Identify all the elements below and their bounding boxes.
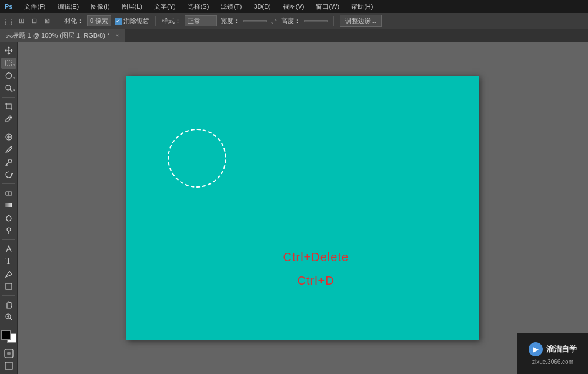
title-bar: Ps 文件(F) 编辑(E) 图像(I) 图层(L) 文字(Y) 选择(S) 滤… bbox=[0, 0, 588, 13]
width-label: 宽度： bbox=[220, 16, 240, 25]
path-select-tool[interactable] bbox=[1, 268, 16, 280]
watermark-logo: ▶ 溜溜自学 bbox=[529, 342, 577, 356]
subtract-selection-icon[interactable]: ⊟ bbox=[29, 16, 39, 26]
heal-brush-tool[interactable] bbox=[1, 131, 16, 143]
canvas-document[interactable]: Ctrl+Delete Ctrl+D bbox=[126, 76, 479, 340]
ps-logo: Ps bbox=[5, 3, 12, 10]
add-selection-icon[interactable]: ⊞ bbox=[16, 16, 26, 26]
svg-point-7 bbox=[8, 159, 12, 163]
eyedropper-tool[interactable] bbox=[1, 113, 16, 125]
menu-image[interactable]: 图像(I) bbox=[88, 1, 112, 12]
color-boxes[interactable] bbox=[1, 330, 16, 343]
quick-select-tool[interactable]: ▾ bbox=[1, 83, 16, 95]
pen-tool[interactable] bbox=[1, 243, 16, 255]
svg-rect-10 bbox=[5, 203, 12, 207]
menu-filter[interactable]: 滤镜(T) bbox=[218, 1, 244, 12]
svg-point-11 bbox=[7, 228, 11, 231]
ctrl-delete-text: Ctrl+Delete bbox=[283, 251, 349, 264]
width-value[interactable] bbox=[243, 20, 267, 22]
separator-3 bbox=[333, 16, 334, 26]
svg-line-2 bbox=[10, 89, 12, 92]
antialias-check-icon: ✓ bbox=[115, 18, 122, 25]
rect-select-tool[interactable]: ▾ bbox=[1, 58, 16, 69]
menu-help[interactable]: 帮助(H) bbox=[349, 1, 375, 12]
eraser-tool[interactable] bbox=[1, 187, 16, 199]
svg-line-16 bbox=[10, 318, 12, 320]
menu-3d[interactable]: 3D(D) bbox=[251, 2, 273, 11]
height-label: 高度： bbox=[281, 16, 300, 25]
doc-tab-title: 未标题-1 @ 100% (图层 1, RGB/8) * bbox=[6, 31, 109, 40]
swap-wh-icon[interactable]: ⇌ bbox=[270, 16, 278, 26]
dodge-tool[interactable] bbox=[1, 225, 16, 237]
main-layout: ▾ ▾ ▾ bbox=[0, 42, 588, 374]
crop-tool[interactable] bbox=[1, 101, 16, 112]
antialias-label: 消除锯齿 bbox=[123, 16, 149, 25]
canvas-area: Ctrl+Delete Ctrl+D ▶ 溜溜自学 zixue.3066.com bbox=[18, 42, 588, 374]
shape-tool[interactable] bbox=[1, 281, 16, 293]
screen-mode-tool[interactable] bbox=[1, 360, 16, 372]
hand-tool[interactable] bbox=[1, 299, 16, 310]
separator-2 bbox=[155, 16, 156, 26]
feather-value[interactable]: 0 像素 bbox=[87, 15, 111, 26]
svg-rect-0 bbox=[5, 61, 11, 66]
tool-sep-1 bbox=[2, 97, 15, 98]
blur-tool[interactable] bbox=[1, 212, 16, 224]
canvas-wrapper: Ctrl+Delete Ctrl+D bbox=[126, 76, 479, 340]
ctrl-d-text: Ctrl+D bbox=[298, 274, 335, 288]
tool-sep-4 bbox=[2, 239, 15, 240]
intersect-selection-icon[interactable]: ⊠ bbox=[42, 16, 52, 26]
svg-rect-21 bbox=[5, 362, 12, 369]
svg-point-20 bbox=[7, 352, 11, 355]
watermark-name: 溜溜自学 bbox=[546, 344, 577, 355]
foreground-color-box[interactable] bbox=[1, 330, 11, 340]
tool-sep-2 bbox=[2, 128, 15, 128]
feather-label: 羽化： bbox=[64, 16, 83, 25]
separator-1 bbox=[58, 16, 58, 26]
text-tool[interactable]: T bbox=[1, 255, 16, 267]
options-bar: ⬚ ⊞ ⊟ ⊠ 羽化： 0 像素 ✓ 消除锯齿 样式： 正常 宽度： ⇌ 高度：… bbox=[0, 13, 588, 29]
doc-tab-close-button[interactable]: × bbox=[115, 32, 119, 39]
style-select[interactable]: 正常 bbox=[185, 15, 217, 26]
quick-select-arrow: ▾ bbox=[13, 88, 15, 93]
menu-text[interactable]: 文字(Y) bbox=[152, 1, 178, 12]
quick-mask-tool[interactable] bbox=[1, 348, 16, 359]
brush-tool[interactable] bbox=[1, 143, 16, 155]
height-value[interactable] bbox=[304, 20, 328, 22]
menu-window[interactable]: 窗口(W) bbox=[313, 1, 342, 12]
ellipse-selection bbox=[168, 129, 226, 188]
lasso-tool[interactable]: ▾ bbox=[1, 70, 16, 82]
gradient-tool[interactable] bbox=[1, 199, 16, 211]
tool-sep-5 bbox=[2, 295, 15, 296]
tool-sep-6 bbox=[2, 326, 15, 326]
menu-select[interactable]: 选择(S) bbox=[185, 1, 212, 12]
history-brush-tool[interactable] bbox=[1, 169, 16, 181]
watermark: ▶ 溜溜自学 zixue.3066.com bbox=[517, 333, 588, 374]
svg-rect-14 bbox=[6, 283, 12, 289]
antialias-checkbox[interactable]: ✓ 消除锯齿 bbox=[115, 16, 149, 25]
lasso-arrow: ▾ bbox=[13, 76, 15, 81]
zoom-tool[interactable] bbox=[1, 311, 16, 323]
watermark-url: zixue.3066.com bbox=[532, 359, 573, 365]
menu-edit[interactable]: 编辑(E) bbox=[55, 1, 82, 12]
svg-line-3 bbox=[9, 117, 11, 119]
new-selection-icon[interactable]: ⬚ bbox=[4, 16, 13, 26]
rect-select-arrow: ▾ bbox=[13, 63, 15, 68]
toolbar: ▾ ▾ ▾ bbox=[0, 42, 18, 374]
move-tool[interactable] bbox=[1, 45, 16, 56]
svg-point-1 bbox=[6, 85, 11, 90]
clone-stamp-tool[interactable] bbox=[1, 156, 16, 168]
menu-view[interactable]: 视图(V) bbox=[280, 1, 307, 12]
watermark-icon: ▶ bbox=[529, 342, 543, 356]
adjust-edge-button[interactable]: 调整边缘... bbox=[340, 15, 382, 27]
menu-layer[interactable]: 图层(L) bbox=[119, 1, 145, 12]
tool-sep-3 bbox=[2, 183, 15, 184]
style-label: 样式： bbox=[162, 16, 181, 25]
tab-bar: 未标题-1 @ 100% (图层 1, RGB/8) * × bbox=[0, 29, 588, 42]
document-tab[interactable]: 未标题-1 @ 100% (图层 1, RGB/8) * × bbox=[0, 29, 125, 42]
menu-file[interactable]: 文件(F) bbox=[22, 1, 48, 12]
